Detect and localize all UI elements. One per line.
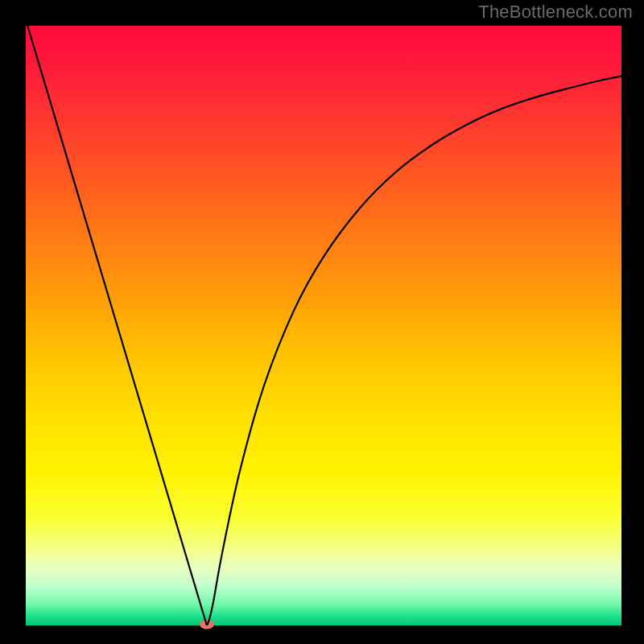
watermark-text: TheBottleneck.com [478,2,633,23]
chart-frame: TheBottleneck.com [0,0,644,644]
plot-background [26,26,621,625]
bottleneck-chart [0,0,644,644]
